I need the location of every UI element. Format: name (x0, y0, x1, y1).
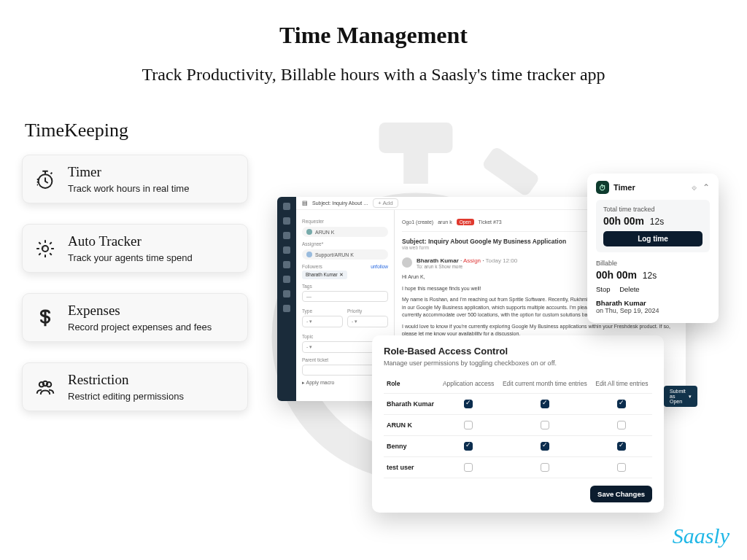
people-icon (34, 376, 56, 398)
gear-icon (34, 238, 56, 260)
nav-users-icon[interactable] (283, 246, 290, 254)
assign-link[interactable]: Assign (463, 257, 481, 264)
priority-select[interactable]: - ▾ (347, 316, 388, 327)
role-name: Bharath Kumar (384, 394, 439, 415)
svg-rect-2 (481, 146, 541, 198)
card-desc: Track work hours in real time (68, 183, 189, 194)
timer-user: Bharath Kumar (596, 299, 710, 307)
requester-label: Requester (302, 219, 388, 224)
chevron-up-icon[interactable]: ⌃ (703, 182, 710, 192)
ticket-id: Ticket #73 (479, 219, 502, 225)
comment-time: Today 12:00 (486, 257, 518, 264)
card-desc: Record project expenses and fees (68, 322, 212, 332)
rbac-panel: Role-Based Access Control Manage user pe… (372, 335, 664, 513)
checkbox[interactable] (617, 442, 626, 451)
assignee-select[interactable]: Support/ARUN K (302, 249, 388, 260)
breadcrumb-agent[interactable]: arun k (438, 219, 452, 225)
unfollow-link[interactable]: unfollow (371, 264, 388, 269)
comment-author: Bharath Kumar (417, 257, 459, 264)
helpdesk-tab[interactable]: Subject: Inquiry About … (312, 201, 368, 206)
role-name: Benny (384, 436, 439, 457)
col-edit-month: Edit current month time entries (498, 374, 592, 394)
checkbox[interactable] (541, 400, 549, 408)
card-expenses[interactable]: Expenses Record project expenses and fee… (22, 293, 248, 342)
timer-title: Timer (614, 183, 635, 192)
card-title: Auto Tracker (68, 233, 193, 249)
delete-button[interactable]: Delete (619, 285, 639, 293)
col-app-access: Application access (439, 374, 498, 394)
checkbox[interactable] (541, 442, 549, 451)
card-desc: Track your agents time spend (68, 252, 193, 263)
assignee-label: Assignee* (302, 241, 388, 246)
tags-label: Tags (302, 284, 388, 289)
nav-analytics-icon[interactable] (283, 276, 290, 283)
card-title: Restriction (68, 372, 184, 388)
table-row: test user (384, 457, 652, 478)
card-restriction[interactable]: Restriction Restrict editing permissions (22, 362, 248, 411)
card-auto-tracker[interactable]: Auto Tracker Track your agents time spen… (22, 224, 248, 273)
table-row: Benny (384, 436, 652, 457)
billable-label: Billable (596, 260, 710, 267)
total-time-block: Total time tracked 00h 00m 12s Log time (596, 200, 710, 252)
page-title: Time Management (0, 22, 747, 49)
role-name: test user (384, 457, 439, 478)
to-line[interactable]: To: arun k Show more (417, 264, 517, 269)
add-tab-button[interactable]: + Add (373, 198, 398, 208)
pin-icon[interactable]: ⟐ (692, 182, 697, 192)
card-title: Timer (68, 164, 189, 180)
timer-widget: Timer ⟐ ⌃ Total time tracked 00h 00m 12s… (587, 174, 719, 323)
checkbox[interactable] (464, 463, 473, 472)
checkbox[interactable] (464, 421, 473, 429)
tags-input[interactable]: — (302, 291, 388, 302)
nav-reports-icon[interactable] (283, 261, 290, 268)
checkbox[interactable] (464, 400, 473, 408)
stopwatch-icon (34, 168, 56, 190)
nav-admin-icon[interactable] (283, 305, 290, 312)
submit-as-open-button[interactable]: Submit as Open ▾ (664, 386, 697, 407)
log-time-button[interactable]: Log time (603, 231, 703, 246)
type-label: Type (302, 308, 343, 314)
nav-home-icon[interactable] (283, 203, 290, 210)
checkbox[interactable] (617, 421, 626, 429)
helpdesk-sidebar (277, 197, 296, 401)
nav-settings-icon[interactable] (283, 290, 290, 298)
stop-button[interactable]: Stop (596, 285, 611, 293)
checkbox[interactable] (464, 442, 473, 451)
checkbox[interactable] (541, 421, 549, 429)
checkbox[interactable] (541, 463, 549, 472)
page-subtitle: Track Productivity, Billable hours with … (0, 65, 747, 85)
type-select[interactable]: - ▾ (302, 316, 343, 327)
nav-tickets-icon[interactable] (283, 232, 290, 239)
role-name: ARUN K (384, 415, 439, 436)
breadcrumb-agent[interactable]: Ogo1 (create) (402, 219, 433, 225)
card-title: Expenses (68, 303, 212, 319)
timer-date: on Thu, Sep 19, 2024 (596, 307, 710, 314)
feature-card-list: Timer Track work hours in real time Auto… (22, 155, 248, 411)
save-changes-button[interactable]: Save Changes (590, 486, 652, 502)
card-timer[interactable]: Timer Track work hours in real time (22, 155, 248, 203)
followers-label: Followersunfollow (302, 264, 388, 269)
timer-app-icon (596, 181, 609, 194)
table-row: ARUN K (384, 415, 652, 436)
svg-point-7 (42, 246, 48, 252)
rbac-title: Role-Based Access Control (384, 346, 652, 357)
col-edit-all: Edit All time entries (592, 374, 652, 394)
checkbox[interactable] (617, 463, 626, 472)
total-time-value: 00h 00m 12s (603, 215, 703, 227)
rbac-subtitle: Manage user permissions by toggling chec… (384, 359, 652, 367)
follower-chip[interactable]: Bharath Kumar ✕ (302, 271, 347, 279)
billable-time-value: 00h 00m 12s (596, 269, 710, 281)
status-badge: Open (457, 219, 474, 225)
card-desc: Restrict editing permissions (68, 391, 184, 402)
priority-label: Priority (347, 308, 388, 314)
nav-dashboard-icon[interactable] (283, 217, 290, 225)
avatar (402, 257, 412, 268)
rbac-table: Role Application access Edit current mon… (384, 374, 652, 478)
table-row: Bharath Kumar (384, 394, 652, 415)
total-time-label: Total time tracked (603, 206, 703, 213)
svg-rect-1 (403, 153, 428, 184)
checkbox[interactable] (617, 400, 626, 408)
col-role: Role (384, 374, 439, 394)
svg-point-10 (43, 381, 48, 386)
requester-select[interactable]: ARUN K (302, 227, 388, 237)
